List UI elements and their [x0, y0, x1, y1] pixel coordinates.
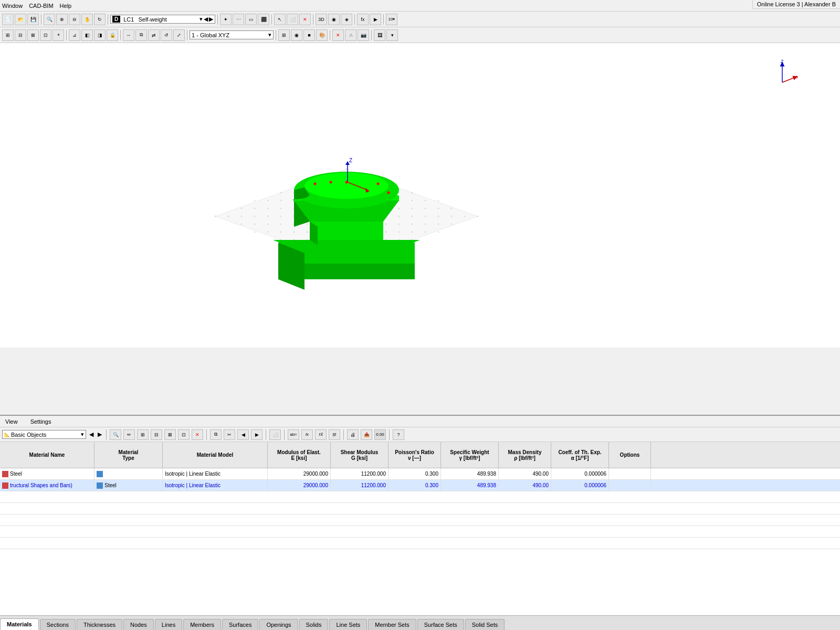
rotate-btn[interactable]: ↻ [94, 14, 106, 25]
col-icon[interactable]: ⊟ [151, 429, 162, 440]
lc-prev[interactable]: ◀ [204, 16, 208, 23]
coord-selector[interactable]: 1 - Global XYZ ▾ [190, 30, 274, 39]
menu-help[interactable]: Help [60, 3, 72, 9]
zoom-out-btn[interactable]: ⊖ [69, 14, 80, 25]
print-icon[interactable]: 🖨 [347, 429, 359, 440]
lc-selector[interactable]: D LC1 Self-weight ▾ ◀ ▶ [110, 15, 215, 24]
line-btn[interactable]: ⋯ [233, 14, 244, 25]
box-select-btn[interactable]: ⬜ [287, 14, 298, 25]
table-row[interactable]: Steel Isotropic | Linear Elastic 29000.0… [0, 468, 840, 480]
hide-btn[interactable]: ◨ [94, 29, 106, 41]
snap2-btn[interactable]: ⊟ [15, 29, 26, 41]
tab-openings[interactable]: Openings [259, 619, 298, 630]
results-btn[interactable]: fx [357, 14, 369, 25]
zoom-in-btn[interactable]: ⊕ [56, 14, 68, 25]
zoom-btn[interactable]: 🔍 [44, 14, 55, 25]
pan-btn[interactable]: ✋ [81, 14, 93, 25]
table-row-empty-4[interactable] [0, 526, 840, 538]
tab-line-sets[interactable]: Line Sets [329, 619, 367, 630]
export-icon[interactable]: 📤 [361, 429, 372, 440]
edit-icon[interactable]: ✏ [123, 429, 135, 440]
nav-next[interactable]: ▶ [97, 430, 103, 439]
delete-row-icon[interactable]: ✕ [192, 429, 203, 440]
filter-icon[interactable]: 🔍 [110, 429, 121, 440]
lc-next[interactable]: ▶ [209, 16, 213, 23]
model-canvas[interactable] [0, 43, 840, 348]
fx-icon[interactable]: fx [301, 429, 313, 440]
split-icon[interactable]: ⊡ [178, 429, 190, 440]
axis-btn[interactable]: ⌖ [52, 29, 64, 41]
tab-nodes[interactable]: Nodes [123, 619, 154, 630]
fx3-icon[interactable]: fβ [329, 429, 340, 440]
show-btn[interactable]: ◧ [81, 29, 93, 41]
rotate2-btn[interactable]: ↺ [161, 29, 172, 41]
view-icon[interactable]: ⬜ [269, 429, 281, 440]
tab-solids[interactable]: Solids [299, 619, 329, 630]
tab-materials[interactable]: Materials [0, 618, 39, 630]
copy-btn[interactable]: ⧉ [135, 29, 147, 41]
navigator-dropdown[interactable]: 📐 Basic Objects ▾ [2, 430, 86, 439]
copy2-icon[interactable]: ⧉ [210, 429, 222, 440]
render2-btn[interactable]: 🖼 [374, 29, 385, 41]
run-btn[interactable]: ▶ [370, 14, 381, 25]
help-icon[interactable]: ? [393, 429, 404, 440]
plane-btn[interactable]: ⊡ [40, 29, 51, 41]
tab-surfaces[interactable]: Surfaces [222, 619, 258, 630]
grid-btn[interactable]: ⊞ [278, 29, 290, 41]
snap3-btn[interactable]: ⊠ [27, 29, 39, 41]
bottom-settings-menu[interactable]: Settings [28, 418, 54, 425]
coord-dropdown[interactable]: ▾ [268, 32, 271, 38]
select-btn[interactable]: ↖ [274, 14, 286, 25]
table-row-empty-2[interactable] [0, 503, 840, 514]
more-btn[interactable]: ▾ [386, 29, 398, 41]
scale-btn[interactable]: ⤢ [173, 29, 185, 41]
bottom-view-menu[interactable]: View [3, 418, 20, 425]
table-row-empty-3[interactable] [0, 514, 840, 526]
num2-icon[interactable]: 0.00 [374, 429, 386, 440]
fx2-icon[interactable]: fx̄ [315, 429, 327, 440]
table-icon[interactable]: ⊞ [137, 429, 149, 440]
tab-lines[interactable]: Lines [155, 619, 182, 630]
table-row-selected[interactable]: tructural Shapes and Bars) Steel Isotrop… [0, 480, 840, 491]
row-icon[interactable]: ⊠ [164, 429, 176, 440]
lc-dropdown[interactable]: ▾ [200, 16, 203, 23]
mat-btn[interactable]: ■ [303, 29, 315, 41]
tab-thicknesses[interactable]: Thicknesses [77, 619, 122, 630]
solid-btn[interactable]: ⬛ [258, 14, 269, 25]
menu-cad-bim[interactable]: CAD-BIM [29, 3, 53, 9]
render-btn[interactable]: ◉ [328, 14, 340, 25]
check-btn[interactable]: ✕ [332, 29, 344, 41]
move-btn[interactable]: ↔ [123, 29, 134, 41]
table-row-empty-5[interactable] [0, 538, 840, 549]
surface-btn[interactable]: ▭ [245, 14, 257, 25]
tab-members[interactable]: Members [183, 619, 221, 630]
node-btn[interactable]: ✦ [220, 14, 232, 25]
new-btn[interactable]: 📄 [2, 14, 14, 25]
lock-btn[interactable]: 🔒 [107, 29, 118, 41]
nav-dropdown-arrow[interactable]: ▾ [81, 431, 84, 438]
save-btn[interactable]: 💾 [27, 14, 39, 25]
tab-solid-sets[interactable]: Solid Sets [465, 619, 505, 630]
table-row-empty-1[interactable] [0, 491, 840, 503]
tab-sections[interactable]: Sections [40, 619, 76, 630]
menu-window[interactable]: Window [2, 3, 23, 9]
filter-btn[interactable]: ⊿ [69, 29, 80, 41]
view3d-btn[interactable]: 3D [316, 14, 327, 25]
left-icon[interactable]: ◀ [237, 429, 249, 440]
right-icon[interactable]: ▶ [251, 429, 262, 440]
tab-member-sets[interactable]: Member Sets [368, 619, 416, 630]
tab-surface-sets[interactable]: Surface Sets [417, 619, 464, 630]
delete-btn[interactable]: ✕ [299, 14, 311, 25]
section-btn[interactable]: ⛬ [345, 29, 356, 41]
display-btn[interactable]: ◉ [291, 29, 302, 41]
cut-icon[interactable]: ✂ [224, 429, 235, 440]
nav-prev[interactable]: ◀ [88, 430, 94, 439]
camera-btn[interactable]: 📷 [358, 29, 369, 41]
mirror-btn[interactable]: ⇌ [148, 29, 160, 41]
color-btn[interactable]: 🎨 [316, 29, 328, 41]
open-btn[interactable]: 📂 [15, 14, 26, 25]
wire-btn[interactable]: ◈ [341, 14, 352, 25]
num-btn[interactable]: 10▾ [386, 14, 397, 25]
formula-icon[interactable]: ab= [288, 429, 299, 440]
snap-btn[interactable]: ⊞ [2, 29, 14, 41]
